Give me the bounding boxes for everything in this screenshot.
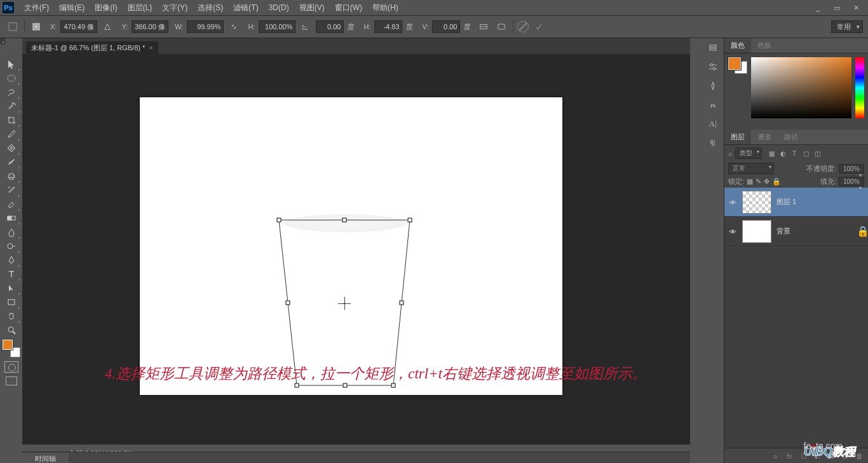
filter-smart-icon[interactable]: ◫ xyxy=(813,149,822,158)
transform-center-point[interactable] xyxy=(341,300,348,307)
menu-type[interactable]: 文字(Y) xyxy=(157,3,193,13)
transform-handle-tl[interactable] xyxy=(277,218,281,223)
reference-point-icon[interactable] xyxy=(29,19,44,34)
opacity-value[interactable]: 100% xyxy=(839,164,864,174)
workspace-dropdown[interactable]: 常用 xyxy=(831,20,863,33)
hand-tool[interactable] xyxy=(3,309,20,323)
brush-tool[interactable] xyxy=(3,155,20,169)
paragraph-panel-icon[interactable] xyxy=(706,136,720,150)
crop-tool[interactable] xyxy=(3,113,20,127)
lock-pixels-icon[interactable]: ✎ xyxy=(756,177,761,186)
history-panel-icon[interactable] xyxy=(706,41,720,55)
layer-thumbnail[interactable] xyxy=(742,191,771,214)
filter-shape-icon[interactable]: ▢ xyxy=(801,149,810,158)
transform-handle-tr[interactable] xyxy=(408,218,412,223)
quick-mask-button[interactable] xyxy=(4,361,18,373)
link-layers-icon[interactable]: ⌾ xyxy=(770,451,780,461)
menu-image[interactable]: 图像(I) xyxy=(90,3,122,13)
filter-type-icon[interactable]: T xyxy=(790,149,799,158)
link-icon[interactable] xyxy=(226,19,241,34)
menu-layer[interactable]: 图层(L) xyxy=(123,3,158,13)
shear-v-input[interactable] xyxy=(432,20,460,33)
layer-item-1[interactable]: 图层 1 xyxy=(724,188,868,217)
visibility-toggle[interactable] xyxy=(728,227,737,236)
fill-value[interactable]: 100% xyxy=(839,177,864,186)
filter-adjust-icon[interactable]: ◐ xyxy=(778,149,787,158)
move-tool[interactable] xyxy=(3,57,20,71)
eraser-tool[interactable] xyxy=(3,197,20,211)
layer-thumbnail[interactable] xyxy=(742,220,771,243)
cancel-transform-button[interactable] xyxy=(517,21,529,32)
canvas[interactable] xyxy=(140,97,562,395)
warp-icon[interactable] xyxy=(494,19,509,34)
minimize-button[interactable]: ⎯ xyxy=(808,1,827,14)
shear-h-input[interactable] xyxy=(374,20,402,33)
visibility-toggle[interactable] xyxy=(728,198,737,207)
menu-filter[interactable]: 滤镜(T) xyxy=(228,3,263,13)
delta-icon[interactable] xyxy=(100,19,115,34)
layer-filter-type[interactable]: 类型 xyxy=(735,148,762,159)
menu-view[interactable]: 视图(V) xyxy=(294,3,330,13)
gradient-tool[interactable] xyxy=(3,211,20,225)
blur-tool[interactable] xyxy=(3,225,20,239)
menu-file[interactable]: 文件(F) xyxy=(19,3,54,13)
eyedropper-tool[interactable] xyxy=(3,127,20,141)
y-input[interactable] xyxy=(132,20,168,33)
filter-pixel-icon[interactable]: ▦ xyxy=(767,149,776,158)
h-input[interactable] xyxy=(259,20,295,33)
maximize-button[interactable]: ▭ xyxy=(827,1,846,14)
layer-name[interactable]: 背景 xyxy=(776,226,790,236)
menu-window[interactable]: 窗口(W) xyxy=(330,3,367,13)
menu-help[interactable]: 帮助(H) xyxy=(367,3,403,13)
hue-slider[interactable] xyxy=(855,57,864,118)
pen-tool[interactable] xyxy=(3,253,20,267)
layer-item-background[interactable]: 背景 🔒 xyxy=(724,217,868,246)
tab-paths[interactable]: 路径 xyxy=(778,130,804,144)
character-panel-icon[interactable]: A| xyxy=(706,117,720,131)
lock-transparency-icon[interactable]: ▦ xyxy=(747,177,753,186)
document-tab-close[interactable]: × xyxy=(149,44,153,52)
timeline-tab[interactable]: 时间轴 xyxy=(22,453,69,463)
commit-transform-button[interactable]: ✓ xyxy=(531,21,547,33)
path-selection-tool[interactable] xyxy=(3,281,20,295)
lasso-tool[interactable] xyxy=(3,85,20,99)
transform-tool-icon[interactable] xyxy=(5,19,20,34)
angle-icon[interactable] xyxy=(298,19,313,34)
brush-presets-icon[interactable] xyxy=(706,98,720,112)
left-collapse-icon[interactable] xyxy=(0,38,5,45)
zoom-tool[interactable] xyxy=(3,323,20,337)
transform-handle-ml[interactable] xyxy=(286,301,290,305)
menu-select[interactable]: 选择(S) xyxy=(193,3,228,13)
mini-swatches[interactable] xyxy=(728,57,747,74)
brush-panel-icon[interactable] xyxy=(706,79,720,93)
type-tool[interactable]: T xyxy=(3,267,20,281)
canvas-area[interactable]: 4.选择矩形工具调整为路径模式，拉一个矩形，ctrl+t右键选择透视调整至如图所… xyxy=(22,55,690,444)
delete-layer-icon[interactable]: 🗑 xyxy=(854,451,864,461)
history-brush-tool[interactable] xyxy=(3,183,20,197)
layer-fx-icon[interactable]: fx xyxy=(784,451,794,461)
tab-layers[interactable]: 图层 xyxy=(724,130,751,144)
layer-name[interactable]: 图层 1 xyxy=(776,197,796,207)
color-swatches[interactable] xyxy=(3,340,20,357)
w-input[interactable] xyxy=(187,20,224,33)
menu-edit[interactable]: 编辑(E) xyxy=(54,3,90,13)
rectangle-tool[interactable] xyxy=(3,295,20,309)
lock-position-icon[interactable]: ✥ xyxy=(764,177,770,186)
tab-channels[interactable]: 通道 xyxy=(751,130,778,144)
dodge-tool[interactable] xyxy=(3,239,20,253)
blend-mode-dropdown[interactable]: 正常 xyxy=(728,163,774,174)
tab-swatches[interactable]: 色板 xyxy=(751,38,778,53)
menu-3d[interactable]: 3D(D) xyxy=(264,3,294,12)
transform-handle-tc[interactable] xyxy=(342,218,347,223)
tab-color[interactable]: 颜色 xyxy=(724,38,751,53)
magic-wand-tool[interactable] xyxy=(3,99,20,113)
lock-all-icon[interactable]: 🔒 xyxy=(772,177,781,186)
interpolation-icon[interactable] xyxy=(476,19,491,34)
foreground-color-swatch[interactable] xyxy=(3,340,13,350)
color-field[interactable] xyxy=(751,57,851,118)
marquee-tool[interactable] xyxy=(3,71,20,85)
close-window-button[interactable]: ✕ xyxy=(846,1,865,14)
x-input[interactable] xyxy=(60,20,97,33)
properties-panel-icon[interactable] xyxy=(706,60,720,74)
transform-handle-mr[interactable] xyxy=(400,301,404,305)
